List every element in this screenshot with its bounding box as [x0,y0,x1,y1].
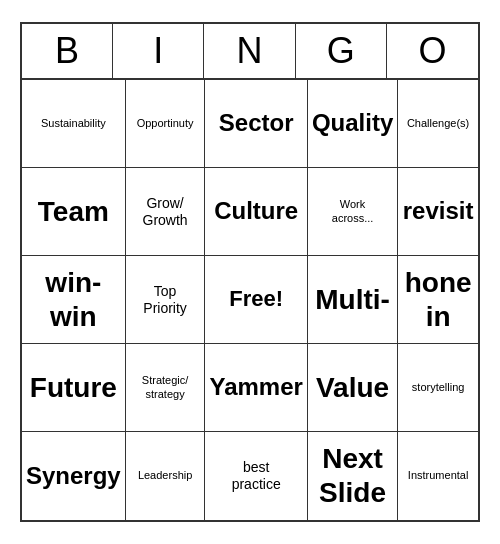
bingo-cell-0: Sustainability [22,80,126,168]
header-letter-b: B [22,24,113,78]
bingo-cell-23: Next Slide [308,432,398,520]
header-letter-o: O [387,24,478,78]
bingo-cell-2: Sector [205,80,307,168]
bingo-cell-7: Culture [205,168,307,256]
bingo-cell-16: Strategic/ strategy [126,344,206,432]
bingo-cell-17: Yammer [205,344,307,432]
bingo-cell-22: best practice [205,432,307,520]
bingo-cell-13: Multi- [308,256,398,344]
bingo-cell-14: hone in [398,256,478,344]
header-letter-g: G [296,24,387,78]
bingo-cell-8: Work across... [308,168,398,256]
header-letter-i: I [113,24,204,78]
bingo-header: BINGO [22,24,478,80]
bingo-cell-11: Top Priority [126,256,206,344]
bingo-cell-10: win- win [22,256,126,344]
bingo-cell-4: Challenge(s) [398,80,478,168]
bingo-cell-15: Future [22,344,126,432]
bingo-cell-12: Free! [205,256,307,344]
bingo-cell-18: Value [308,344,398,432]
bingo-cell-3: Quality [308,80,398,168]
header-letter-n: N [204,24,295,78]
bingo-grid: SustainabilityOpportinutySectorQualityCh… [22,80,478,520]
bingo-cell-20: Synergy [22,432,126,520]
bingo-cell-19: storytelling [398,344,478,432]
bingo-cell-21: Leadership [126,432,206,520]
bingo-cell-5: Team [22,168,126,256]
bingo-cell-9: revisit [398,168,478,256]
bingo-card: BINGO SustainabilityOpportinutySectorQua… [20,22,480,522]
bingo-cell-6: Grow/ Growth [126,168,206,256]
bingo-cell-1: Opportinuty [126,80,206,168]
bingo-cell-24: Instrumental [398,432,478,520]
